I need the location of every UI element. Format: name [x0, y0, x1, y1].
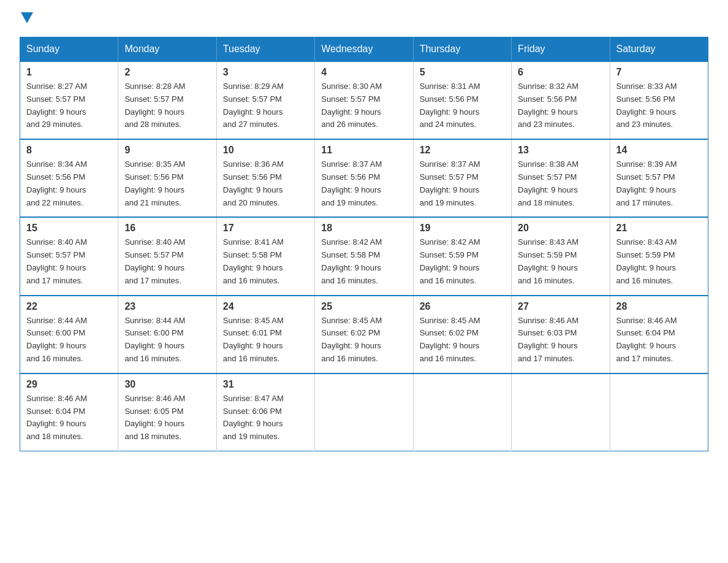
day-number: 28: [616, 301, 702, 312]
calendar-cell: 19 Sunrise: 8:42 AM Sunset: 5:59 PM Dayl…: [413, 217, 511, 295]
day-info: Sunrise: 8:35 AM Sunset: 5:56 PM Dayligh…: [124, 158, 210, 209]
day-info: Sunrise: 8:42 AM Sunset: 5:59 PM Dayligh…: [420, 236, 505, 287]
calendar-cell: 13 Sunrise: 8:38 AM Sunset: 5:57 PM Dayl…: [512, 139, 610, 217]
calendar-cell: 26 Sunrise: 8:45 AM Sunset: 6:02 PM Dayl…: [413, 296, 511, 373]
day-number: 6: [518, 67, 603, 78]
day-info: Sunrise: 8:37 AM Sunset: 5:56 PM Dayligh…: [321, 158, 406, 209]
calendar-cell: 2 Sunrise: 8:28 AM Sunset: 5:57 PM Dayli…: [118, 61, 216, 139]
day-info: Sunrise: 8:46 AM Sunset: 6:04 PM Dayligh…: [26, 393, 112, 443]
week-row-5: 29 Sunrise: 8:46 AM Sunset: 6:04 PM Dayl…: [20, 373, 708, 451]
day-info: Sunrise: 8:41 AM Sunset: 5:58 PM Dayligh…: [223, 236, 308, 287]
calendar-cell: 18 Sunrise: 8:42 AM Sunset: 5:58 PM Dayl…: [315, 217, 413, 295]
day-info: Sunrise: 8:45 AM Sunset: 6:02 PM Dayligh…: [420, 315, 505, 366]
calendar-cell: 14 Sunrise: 8:39 AM Sunset: 5:57 PM Dayl…: [610, 139, 708, 217]
calendar-cell: [610, 373, 708, 451]
day-number: 23: [124, 301, 210, 312]
week-row-4: 22 Sunrise: 8:44 AM Sunset: 6:00 PM Dayl…: [20, 296, 708, 373]
week-row-2: 8 Sunrise: 8:34 AM Sunset: 5:56 PM Dayli…: [20, 139, 708, 217]
day-number: 12: [420, 145, 505, 156]
day-number: 11: [321, 145, 406, 156]
weekday-header-sunday: Sunday: [20, 37, 118, 62]
calendar-cell: 10 Sunrise: 8:36 AM Sunset: 5:56 PM Dayl…: [216, 139, 314, 217]
day-number: 15: [26, 223, 112, 234]
day-number: 5: [420, 67, 505, 78]
day-number: 17: [223, 223, 308, 234]
day-number: 7: [616, 67, 702, 78]
day-number: 31: [223, 379, 308, 390]
logo-triangle-icon: [21, 12, 33, 25]
day-info: Sunrise: 8:39 AM Sunset: 5:57 PM Dayligh…: [616, 158, 702, 209]
day-number: 20: [518, 223, 603, 234]
calendar-cell: 23 Sunrise: 8:44 AM Sunset: 6:00 PM Dayl…: [118, 296, 216, 373]
page-header: [20, 15, 708, 25]
calendar-body: 1 Sunrise: 8:27 AM Sunset: 5:57 PM Dayli…: [20, 61, 708, 451]
weekday-header-monday: Monday: [118, 37, 216, 62]
calendar-cell: 28 Sunrise: 8:46 AM Sunset: 6:04 PM Dayl…: [610, 296, 708, 373]
day-info: Sunrise: 8:46 AM Sunset: 6:04 PM Dayligh…: [616, 315, 702, 366]
day-number: 10: [223, 145, 308, 156]
day-info: Sunrise: 8:28 AM Sunset: 5:57 PM Dayligh…: [124, 80, 210, 131]
calendar-cell: 4 Sunrise: 8:30 AM Sunset: 5:57 PM Dayli…: [315, 61, 413, 139]
calendar-cell: 8 Sunrise: 8:34 AM Sunset: 5:56 PM Dayli…: [20, 139, 118, 217]
day-number: 4: [321, 67, 406, 78]
calendar-cell: 5 Sunrise: 8:31 AM Sunset: 5:56 PM Dayli…: [413, 61, 511, 139]
week-row-3: 15 Sunrise: 8:40 AM Sunset: 5:57 PM Dayl…: [20, 217, 708, 295]
day-info: Sunrise: 8:45 AM Sunset: 6:01 PM Dayligh…: [223, 315, 308, 366]
day-info: Sunrise: 8:45 AM Sunset: 6:02 PM Dayligh…: [321, 315, 406, 366]
calendar-cell: 20 Sunrise: 8:43 AM Sunset: 5:59 PM Dayl…: [512, 217, 610, 295]
weekday-header-friday: Friday: [512, 37, 610, 62]
day-info: Sunrise: 8:27 AM Sunset: 5:57 PM Dayligh…: [26, 80, 112, 131]
svg-marker-0: [21, 12, 33, 23]
weekday-header-saturday: Saturday: [610, 37, 708, 62]
calendar-cell: 7 Sunrise: 8:33 AM Sunset: 5:56 PM Dayli…: [610, 61, 708, 139]
day-number: 14: [616, 145, 702, 156]
calendar-cell: [413, 373, 511, 451]
calendar-cell: 31 Sunrise: 8:47 AM Sunset: 6:06 PM Dayl…: [216, 373, 314, 451]
day-number: 26: [420, 301, 505, 312]
day-number: 13: [518, 145, 603, 156]
calendar-header: SundayMondayTuesdayWednesdayThursdayFrid…: [20, 37, 708, 62]
day-info: Sunrise: 8:30 AM Sunset: 5:57 PM Dayligh…: [321, 80, 406, 131]
day-number: 21: [616, 223, 702, 234]
day-number: 24: [223, 301, 308, 312]
day-info: Sunrise: 8:32 AM Sunset: 5:56 PM Dayligh…: [518, 80, 603, 131]
day-info: Sunrise: 8:47 AM Sunset: 6:06 PM Dayligh…: [223, 393, 308, 443]
day-number: 16: [124, 223, 210, 234]
day-number: 19: [420, 223, 505, 234]
day-number: 18: [321, 223, 406, 234]
calendar-cell: [315, 373, 413, 451]
day-number: 3: [223, 67, 308, 78]
calendar-cell: 3 Sunrise: 8:29 AM Sunset: 5:57 PM Dayli…: [216, 61, 314, 139]
day-info: Sunrise: 8:46 AM Sunset: 6:03 PM Dayligh…: [518, 315, 603, 366]
calendar-cell: 27 Sunrise: 8:46 AM Sunset: 6:03 PM Dayl…: [512, 296, 610, 373]
calendar-cell: 24 Sunrise: 8:45 AM Sunset: 6:01 PM Dayl…: [216, 296, 314, 373]
calendar-cell: 11 Sunrise: 8:37 AM Sunset: 5:56 PM Dayl…: [315, 139, 413, 217]
day-info: Sunrise: 8:36 AM Sunset: 5:56 PM Dayligh…: [223, 158, 308, 209]
day-number: 29: [26, 379, 112, 390]
calendar-cell: 16 Sunrise: 8:40 AM Sunset: 5:57 PM Dayl…: [118, 217, 216, 295]
logo: [20, 15, 37, 25]
day-info: Sunrise: 8:46 AM Sunset: 6:05 PM Dayligh…: [124, 393, 210, 443]
weekday-header-tuesday: Tuesday: [216, 37, 314, 62]
day-info: Sunrise: 8:44 AM Sunset: 6:00 PM Dayligh…: [26, 315, 112, 366]
day-info: Sunrise: 8:40 AM Sunset: 5:57 PM Dayligh…: [26, 236, 112, 287]
day-info: Sunrise: 8:38 AM Sunset: 5:57 PM Dayligh…: [518, 158, 603, 209]
day-number: 25: [321, 301, 406, 312]
weekday-row: SundayMondayTuesdayWednesdayThursdayFrid…: [20, 37, 708, 62]
day-info: Sunrise: 8:33 AM Sunset: 5:56 PM Dayligh…: [616, 80, 702, 131]
calendar-cell: 21 Sunrise: 8:43 AM Sunset: 5:59 PM Dayl…: [610, 217, 708, 295]
day-number: 9: [124, 145, 210, 156]
weekday-header-wednesday: Wednesday: [315, 37, 413, 62]
day-number: 30: [124, 379, 210, 390]
day-number: 2: [124, 67, 210, 78]
day-number: 8: [26, 145, 112, 156]
calendar-cell: 9 Sunrise: 8:35 AM Sunset: 5:56 PM Dayli…: [118, 139, 216, 217]
calendar-cell: 22 Sunrise: 8:44 AM Sunset: 6:00 PM Dayl…: [20, 296, 118, 373]
day-info: Sunrise: 8:40 AM Sunset: 5:57 PM Dayligh…: [124, 236, 210, 287]
calendar-cell: 1 Sunrise: 8:27 AM Sunset: 5:57 PM Dayli…: [20, 61, 118, 139]
week-row-1: 1 Sunrise: 8:27 AM Sunset: 5:57 PM Dayli…: [20, 61, 708, 139]
day-number: 1: [26, 67, 112, 78]
day-info: Sunrise: 8:34 AM Sunset: 5:56 PM Dayligh…: [26, 158, 112, 209]
calendar-table: SundayMondayTuesdayWednesdayThursdayFrid…: [20, 37, 708, 451]
day-number: 27: [518, 301, 603, 312]
